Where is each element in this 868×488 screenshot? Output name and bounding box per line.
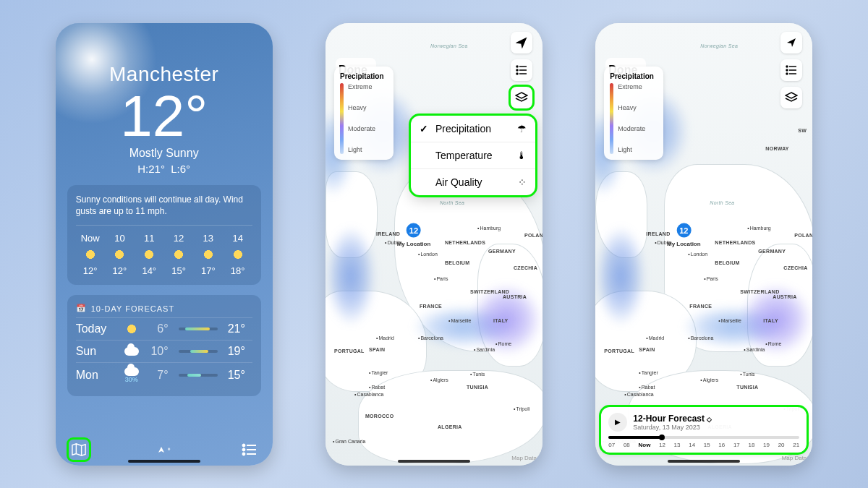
timeline-hour: Now	[638, 442, 650, 448]
city-label: Rome	[765, 341, 781, 346]
current-temperature: 12°	[56, 87, 273, 145]
legend-level: Light	[618, 146, 645, 153]
hour-column: 1317°	[194, 233, 223, 276]
hourly-forecast[interactable]: Now12°1012°1114°1215°1317°1418°	[76, 233, 252, 276]
country-label: CZECHIA	[514, 265, 537, 270]
country-label: SW	[798, 128, 807, 133]
layer-option[interactable]: ✓Precipitation☂	[411, 116, 535, 142]
layers-icon[interactable]	[780, 87, 802, 108]
city-label: Hamburg	[747, 226, 770, 231]
location-arrow-icon	[158, 446, 165, 453]
location-arrow-icon[interactable]	[511, 32, 532, 53]
timeline-hour: 16	[718, 442, 725, 448]
svg-point-4	[242, 453, 244, 455]
list-icon[interactable]	[780, 59, 802, 81]
hourly-card: Sunny conditions will continue all day. …	[67, 185, 261, 286]
city-label: Casablanca	[354, 392, 383, 397]
country-label: BELGIUM	[715, 260, 739, 265]
ten-day-card: 📅 10-DAY FORECAST Today6°21°Sun10°19°Mon…	[67, 295, 261, 396]
dots-icon: ⁘	[518, 176, 527, 188]
svg-point-0	[242, 444, 244, 446]
city-label: Rabat	[369, 385, 385, 390]
weather-map-layers-screen: Norwegian SeaNorth SeaIRELANDNETHERLANDS…	[326, 23, 542, 466]
svg-point-14	[786, 69, 788, 71]
summary-text: Sunny conditions will continue all day. …	[76, 194, 252, 226]
svg-point-16	[786, 73, 788, 74]
sea-label: North Sea	[440, 200, 464, 205]
country-label: FRANCE	[420, 304, 442, 309]
home-indicator[interactable]	[128, 460, 200, 463]
layer-option[interactable]: Temperature🌡	[411, 142, 535, 169]
forecast-timeline: ▶ 12-Hour Forecast ◇ Saturday, 13 May 20…	[601, 407, 807, 453]
day-row[interactable]: Today6°21°	[76, 317, 252, 340]
timeline-hour: 19	[763, 442, 770, 448]
home-indicator[interactable]	[668, 460, 740, 463]
sun-icon	[172, 248, 185, 261]
my-location-pin[interactable]: 12My Location	[397, 221, 431, 247]
city-label: Rabat	[639, 385, 655, 390]
timeline-hour: 17	[733, 442, 740, 448]
my-location-pin[interactable]: 12My Location	[667, 221, 701, 247]
sun-icon	[142, 248, 156, 261]
country-label: PORTUGAL	[334, 348, 365, 354]
svg-point-12	[786, 66, 788, 67]
thermometer-icon: 🌡	[516, 150, 527, 161]
layer-menu: ✓Precipitation☂Temperature🌡Air Quality⁘	[411, 116, 535, 195]
timeline-hour: 14	[689, 442, 695, 448]
cloud-icon	[124, 347, 139, 356]
country-label: ALGERIA	[438, 424, 462, 429]
city-label: Sardinia	[744, 347, 765, 352]
weather-map-timeline-screen: Norwegian SeaNorth SeaIRELANDNETHERLANDS…	[595, 23, 812, 466]
layer-option[interactable]: Air Quality⁘	[411, 169, 535, 195]
condition-text: Mostly Sunny	[56, 147, 273, 160]
city-label: Marseille	[718, 318, 741, 323]
city-label: Rome	[495, 341, 511, 346]
precipitation-legend: Precipitation ExtremeHeavyModerateLight	[604, 67, 663, 160]
svg-point-6	[516, 66, 518, 67]
country-label: GERMANY	[488, 249, 516, 254]
country-label: SPAIN	[369, 347, 385, 352]
city-label: Algiers	[430, 377, 448, 382]
city-label: London	[418, 252, 438, 257]
sun-icon	[202, 248, 215, 261]
day-row[interactable]: Sun10°19°	[76, 340, 252, 362]
page-dots[interactable]: •	[158, 445, 171, 455]
location-arrow-icon[interactable]	[780, 32, 802, 53]
timeline-slider[interactable]	[608, 436, 799, 439]
day-row[interactable]: Mon30%7°15°	[76, 362, 252, 388]
city-label: Marseille	[448, 318, 471, 323]
svg-point-8	[516, 69, 518, 71]
hour-column: 1114°	[135, 233, 163, 276]
checkmark-icon: ✓	[420, 123, 430, 134]
city-label: Algiers	[700, 377, 718, 382]
legend-level: Light	[348, 146, 375, 153]
country-label: SWITZERLAND	[470, 289, 509, 294]
timeline-hour: 20	[778, 442, 785, 448]
city-label: Barcelona	[418, 335, 443, 341]
calendar-icon: 📅	[76, 304, 87, 313]
hour-column: 1418°	[224, 233, 252, 276]
play-button[interactable]: ▶	[608, 413, 627, 432]
city-label: Tangier	[639, 370, 658, 375]
list-icon[interactable]	[239, 440, 260, 460]
city-label: Barcelona	[688, 335, 713, 341]
country-label: BELGIUM	[445, 260, 469, 265]
country-label: AUSTRIA	[503, 294, 527, 299]
country-label: PORTUGAL	[604, 348, 634, 354]
country-label: POLAND	[794, 233, 812, 238]
map-icon[interactable]	[69, 440, 89, 460]
home-indicator[interactable]	[398, 460, 470, 463]
high-low: H:21° L:6°	[56, 163, 273, 175]
sun-icon	[231, 248, 244, 261]
legend-level: Heavy	[348, 104, 375, 111]
sun-icon	[113, 248, 126, 261]
hour-column: Now12°	[76, 233, 105, 276]
svg-point-2	[242, 448, 244, 450]
timeline-title[interactable]: 12-Hour Forecast ◇	[633, 414, 712, 424]
layers-icon[interactable]	[511, 87, 532, 108]
city-label: Casablanca	[624, 392, 653, 397]
legend-level: Heavy	[618, 104, 645, 111]
cloud-icon	[124, 367, 139, 376]
city-label: Paris	[704, 276, 718, 281]
list-icon[interactable]	[511, 59, 532, 81]
